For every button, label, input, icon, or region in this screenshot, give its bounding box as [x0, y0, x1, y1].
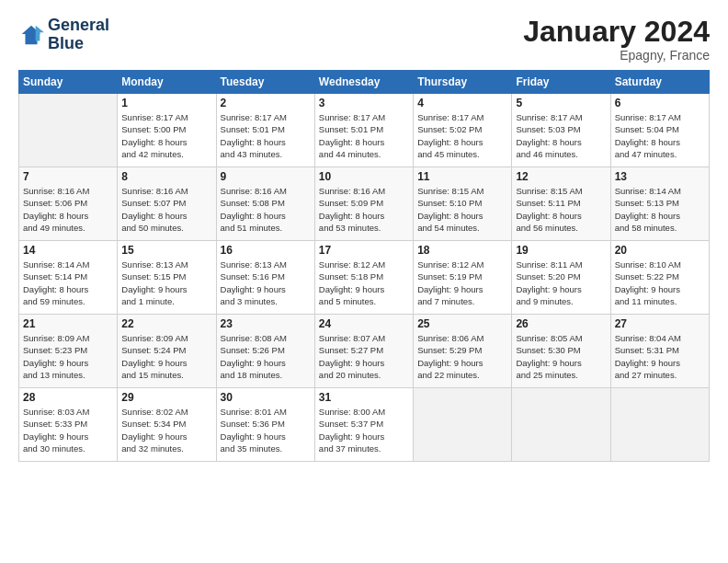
day-number: 31 — [319, 391, 409, 404]
daylight-line1: Daylight: 9 hours — [319, 431, 409, 442]
logo-text: General Blue — [48, 17, 109, 53]
header-day-saturday: Saturday — [610, 71, 709, 94]
daylight-line1: Daylight: 8 hours — [615, 136, 705, 148]
day-cell: 2Sunrise: 8:17 AMSunset: 5:01 PMDaylight… — [216, 94, 314, 167]
day-cell: 27Sunrise: 8:04 AMSunset: 5:31 PMDayligh… — [610, 315, 709, 388]
sunrise-line: Sunrise: 8:12 AM — [417, 259, 507, 270]
day-cell: 3Sunrise: 8:17 AMSunset: 5:01 PMDaylight… — [314, 94, 413, 167]
daylight-line1: Daylight: 8 hours — [615, 210, 705, 222]
daylight-line2: and 42 minutes. — [121, 148, 211, 160]
sunset-line: Sunset: 5:02 PM — [417, 123, 507, 135]
day-cell: 16Sunrise: 8:13 AMSunset: 5:16 PMDayligh… — [216, 241, 314, 315]
day-number: 9 — [221, 170, 311, 183]
day-number: 5 — [516, 97, 606, 109]
daylight-line1: Daylight: 9 hours — [615, 283, 705, 295]
sunrise-line: Sunrise: 8:17 AM — [221, 111, 311, 123]
daylight-line1: Daylight: 8 hours — [121, 136, 211, 148]
daylight-line2: and 20 minutes. — [319, 369, 409, 381]
sunset-line: Sunset: 5:06 PM — [23, 197, 113, 209]
day-detail: Sunrise: 8:01 AMSunset: 5:36 PMDaylight:… — [221, 406, 311, 454]
day-cell — [19, 94, 118, 167]
sunset-line: Sunset: 5:19 PM — [417, 270, 507, 282]
day-cell: 9Sunrise: 8:16 AMSunset: 5:08 PMDaylight… — [216, 167, 314, 241]
daylight-line2: and 46 minutes. — [516, 148, 606, 160]
sunrise-line: Sunrise: 8:17 AM — [615, 111, 705, 123]
sunset-line: Sunset: 5:29 PM — [417, 344, 507, 356]
day-detail: Sunrise: 8:12 AMSunset: 5:19 PMDaylight:… — [417, 259, 507, 307]
day-cell: 21Sunrise: 8:09 AMSunset: 5:23 PMDayligh… — [19, 315, 118, 388]
daylight-line1: Daylight: 9 hours — [417, 357, 507, 369]
sunset-line: Sunset: 5:27 PM — [319, 344, 409, 356]
daylight-line1: Daylight: 9 hours — [121, 431, 211, 442]
day-detail: Sunrise: 8:14 AMSunset: 5:14 PMDaylight:… — [23, 259, 113, 307]
day-detail: Sunrise: 8:15 AMSunset: 5:10 PMDaylight:… — [417, 185, 507, 234]
sunset-line: Sunset: 5:23 PM — [23, 344, 113, 356]
sunset-line: Sunset: 5:00 PM — [121, 123, 211, 135]
day-detail: Sunrise: 8:00 AMSunset: 5:37 PMDaylight:… — [319, 406, 409, 454]
daylight-line2: and 5 minutes. — [319, 295, 409, 307]
sunrise-line: Sunrise: 8:09 AM — [23, 332, 113, 344]
day-cell: 29Sunrise: 8:02 AMSunset: 5:34 PMDayligh… — [118, 388, 216, 462]
location-subtitle: Epagny, France — [523, 48, 710, 63]
day-cell: 30Sunrise: 8:01 AMSunset: 5:36 PMDayligh… — [216, 388, 314, 462]
daylight-line1: Daylight: 9 hours — [23, 357, 113, 369]
sunrise-line: Sunrise: 8:00 AM — [319, 406, 409, 418]
daylight-line2: and 9 minutes. — [516, 295, 606, 307]
daylight-line2: and 47 minutes. — [615, 148, 705, 160]
logo: General Blue — [18, 17, 109, 53]
day-number: 22 — [121, 317, 211, 330]
sunrise-line: Sunrise: 8:05 AM — [516, 332, 606, 344]
day-cell: 11Sunrise: 8:15 AMSunset: 5:10 PMDayligh… — [414, 167, 512, 241]
day-cell: 17Sunrise: 8:12 AMSunset: 5:18 PMDayligh… — [314, 241, 413, 315]
sunset-line: Sunset: 5:04 PM — [615, 123, 705, 135]
day-cell: 19Sunrise: 8:11 AMSunset: 5:20 PMDayligh… — [512, 241, 610, 315]
sunrise-line: Sunrise: 8:17 AM — [417, 111, 507, 123]
daylight-line2: and 18 minutes. — [221, 369, 311, 381]
sunrise-line: Sunrise: 8:15 AM — [417, 185, 507, 197]
daylight-line1: Daylight: 9 hours — [121, 357, 211, 369]
svg-marker-1 — [36, 26, 44, 41]
header-row: SundayMondayTuesdayWednesdayThursdayFrid… — [19, 71, 710, 94]
day-cell: 24Sunrise: 8:07 AMSunset: 5:27 PMDayligh… — [314, 315, 413, 388]
day-detail: Sunrise: 8:14 AMSunset: 5:13 PMDaylight:… — [615, 185, 705, 234]
sunset-line: Sunset: 5:34 PM — [121, 418, 211, 430]
sunset-line: Sunset: 5:36 PM — [221, 418, 311, 430]
sunset-line: Sunset: 5:26 PM — [221, 344, 311, 356]
daylight-line2: and 58 minutes. — [615, 222, 705, 234]
sunset-line: Sunset: 5:30 PM — [516, 344, 606, 356]
header-day-tuesday: Tuesday — [216, 71, 314, 94]
day-number: 15 — [121, 244, 211, 257]
day-detail: Sunrise: 8:09 AMSunset: 5:23 PMDaylight:… — [23, 332, 113, 381]
daylight-line1: Daylight: 9 hours — [221, 431, 311, 442]
day-number: 27 — [615, 317, 705, 330]
header-day-thursday: Thursday — [414, 71, 512, 94]
daylight-line2: and 37 minutes. — [319, 442, 409, 454]
sunset-line: Sunset: 5:16 PM — [221, 270, 311, 282]
daylight-line1: Daylight: 8 hours — [221, 136, 311, 148]
header-day-wednesday: Wednesday — [314, 71, 413, 94]
sunrise-line: Sunrise: 8:14 AM — [615, 185, 705, 197]
daylight-line2: and 59 minutes. — [23, 295, 113, 307]
day-number: 24 — [319, 317, 409, 330]
day-detail: Sunrise: 8:17 AMSunset: 5:04 PMDaylight:… — [615, 111, 705, 160]
sunrise-line: Sunrise: 8:10 AM — [615, 259, 705, 270]
daylight-line2: and 56 minutes. — [516, 222, 606, 234]
sunrise-line: Sunrise: 8:12 AM — [319, 259, 409, 270]
day-detail: Sunrise: 8:17 AMSunset: 5:01 PMDaylight:… — [221, 111, 311, 160]
sunrise-line: Sunrise: 8:04 AM — [615, 332, 705, 344]
daylight-line1: Daylight: 9 hours — [23, 431, 113, 442]
day-detail: Sunrise: 8:17 AMSunset: 5:03 PMDaylight:… — [516, 111, 606, 160]
sunset-line: Sunset: 5:13 PM — [615, 197, 705, 209]
daylight-line1: Daylight: 9 hours — [221, 357, 311, 369]
week-row-2: 7Sunrise: 8:16 AMSunset: 5:06 PMDaylight… — [19, 167, 710, 241]
day-number: 30 — [221, 391, 311, 404]
day-number: 11 — [417, 170, 507, 183]
day-cell: 20Sunrise: 8:10 AMSunset: 5:22 PMDayligh… — [610, 241, 709, 315]
sunset-line: Sunset: 5:09 PM — [319, 197, 409, 209]
day-cell: 5Sunrise: 8:17 AMSunset: 5:03 PMDaylight… — [512, 94, 610, 167]
daylight-line1: Daylight: 8 hours — [221, 210, 311, 222]
day-cell: 14Sunrise: 8:14 AMSunset: 5:14 PMDayligh… — [19, 241, 118, 315]
sunset-line: Sunset: 5:15 PM — [121, 270, 211, 282]
daylight-line2: and 49 minutes. — [23, 222, 113, 234]
sunset-line: Sunset: 5:24 PM — [121, 344, 211, 356]
